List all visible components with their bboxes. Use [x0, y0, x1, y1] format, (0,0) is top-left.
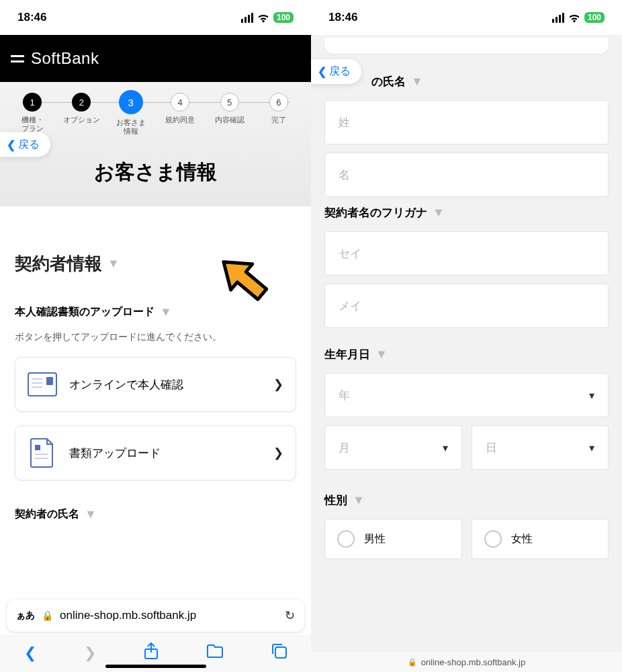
chevron-down-icon: ▼ — [411, 75, 423, 89]
dob-title: 生年月日 ▼ — [324, 347, 609, 362]
radio-label: 男性 — [364, 532, 386, 546]
radio-icon — [337, 530, 355, 548]
chevron-down-icon: ▾ — [589, 389, 594, 402]
kana-title: 契約者名のフリガナ ▼ — [324, 205, 609, 220]
upload-title-text: 本人確認書類のアップロード — [15, 305, 154, 319]
status-time: 18:46 — [17, 11, 46, 24]
chevron-down-icon: ▾ — [589, 442, 594, 454]
chevron-right-icon: ❯ — [273, 377, 283, 392]
back-button[interactable]: ❮ 戻る — [0, 132, 50, 157]
step-label: 内容確認 — [215, 116, 245, 124]
chevron-down-icon: ▼ — [375, 347, 388, 362]
chevron-left-icon: ❮ — [318, 65, 326, 78]
option-label: 書類アップロード — [69, 446, 261, 461]
year-select[interactable]: 年 ▾ — [324, 373, 609, 417]
upload-description: ボタンを押してアップロードに進んでください。 — [15, 331, 296, 343]
step-label: 機種・プラン — [21, 116, 44, 133]
bookmarks-icon[interactable] — [206, 644, 224, 663]
name-title-text: の氏名 — [371, 74, 406, 89]
tabs-icon[interactable] — [271, 643, 287, 663]
chevron-left-icon: ❮ — [7, 138, 15, 151]
page-title: お客さま情報 — [8, 159, 303, 186]
chevron-down-icon: ▼ — [107, 257, 120, 271]
battery-icon: 100 — [584, 12, 605, 23]
document-icon — [28, 438, 57, 468]
back-nav-icon[interactable]: ❮ — [24, 644, 36, 662]
gender-male-radio[interactable]: 男性 — [324, 519, 462, 559]
annotation-arrow-icon — [208, 242, 296, 329]
signal-icon — [241, 13, 253, 23]
battery-icon: 100 — [273, 12, 294, 23]
status-bar: 18:46 100 — [311, 0, 622, 35]
gender-title-text: 性別 — [324, 493, 347, 508]
chevron-down-icon: ▼ — [85, 507, 97, 521]
chevron-down-icon: ▼ — [353, 493, 365, 507]
chevron-down-icon: ▼ — [160, 305, 172, 319]
step-2[interactable]: 2 — [72, 93, 91, 112]
app-header: SoftBank — [0, 35, 311, 82]
card-edge — [324, 38, 609, 54]
name-title: の氏名 ▼ — [371, 74, 609, 89]
section-title-text: 契約者情報 — [15, 252, 102, 276]
step-4[interactable]: 4 — [171, 93, 189, 112]
safari-url-bar[interactable]: ぁあ 🔒 online-shop.mb.softbank.jp ↻ — [7, 599, 304, 632]
svg-rect-1 — [46, 377, 53, 385]
chevron-right-icon: ❯ — [273, 446, 283, 460]
reload-icon[interactable]: ↻ — [285, 608, 295, 623]
placeholder-text: 名 — [339, 167, 350, 183]
kana-lastname-input[interactable]: セイ — [324, 231, 609, 276]
back-button[interactable]: ❮ 戻る — [311, 59, 361, 84]
option-label: オンラインで本人確認 — [69, 377, 261, 392]
gender-female-radio[interactable]: 女性 — [472, 519, 609, 559]
radio-label: 女性 — [511, 532, 533, 546]
hero-section: 1機種・プラン 2オプション 3お客さま情報 4規約同意 5内容確認 6完了 ❮… — [0, 82, 311, 206]
kana-title-text: 契約者名のフリガナ — [324, 205, 427, 220]
menu-icon[interactable] — [11, 55, 24, 62]
lastname-input[interactable]: 姓 — [324, 100, 609, 144]
safari-mini-url[interactable]: 🔒 online-shop.mb.softbank.jp — [311, 652, 622, 672]
forward-nav-icon: ❯ — [84, 644, 96, 662]
step-label: 規約同意 — [165, 116, 195, 124]
step-6[interactable]: 6 — [269, 93, 288, 112]
wifi-icon — [568, 13, 580, 22]
placeholder-text: 月 — [339, 440, 350, 456]
text-size-button[interactable]: ぁあ — [16, 610, 35, 622]
placeholder-text: メイ — [339, 298, 361, 314]
step-label: 完了 — [271, 116, 286, 124]
wifi-icon — [257, 13, 269, 22]
dob-title-text: 生年月日 — [324, 347, 370, 362]
svg-rect-5 — [35, 445, 40, 450]
signal-icon — [552, 13, 564, 23]
placeholder-text: 日 — [486, 440, 497, 456]
name-title-partial: 契約者の氏名 ▼ — [15, 507, 296, 521]
month-select[interactable]: 月 ▾ — [324, 425, 462, 470]
chevron-down-icon: ▾ — [443, 442, 448, 454]
home-indicator[interactable] — [105, 665, 206, 668]
name-title-text: 契約者の氏名 — [15, 507, 79, 521]
lock-icon: 🔒 — [42, 610, 53, 621]
back-label: 戻る — [18, 137, 40, 151]
document-upload-button[interactable]: 書類アップロード ❯ — [15, 425, 296, 480]
firstname-input[interactable]: 名 — [324, 153, 609, 197]
url-text: online-shop.mb.softbank.jp — [60, 609, 278, 622]
brand-logo: SoftBank — [31, 49, 99, 68]
share-icon[interactable] — [144, 642, 159, 664]
kana-firstname-input[interactable]: メイ — [324, 284, 609, 328]
day-select[interactable]: 日 ▾ — [472, 425, 609, 470]
id-card-icon — [28, 370, 57, 399]
placeholder-text: 年 — [339, 388, 350, 403]
step-5[interactable]: 5 — [220, 93, 239, 112]
step-3[interactable]: 3 — [119, 90, 143, 114]
chevron-down-icon: ▼ — [433, 206, 445, 220]
url-text: online-shop.mb.softbank.jp — [421, 657, 525, 667]
placeholder-text: セイ — [339, 246, 361, 261]
back-label: 戻る — [329, 65, 351, 79]
online-verify-button[interactable]: オンラインで本人確認 ❯ — [15, 357, 296, 412]
progress-stepper: 1機種・プラン 2オプション 3お客さま情報 4規約同意 5内容確認 6完了 — [8, 93, 303, 136]
svg-rect-9 — [275, 647, 286, 658]
step-1[interactable]: 1 — [23, 93, 42, 112]
form-content: ❮ 戻る の氏名 ▼ 姓 名 契約者名のフリガナ ▼ セイ メイ 生年月日 ▼ … — [311, 35, 622, 672]
placeholder-text: 姓 — [339, 115, 350, 130]
step-label: お客さま情報 — [116, 118, 146, 136]
lock-icon: 🔒 — [408, 658, 417, 667]
